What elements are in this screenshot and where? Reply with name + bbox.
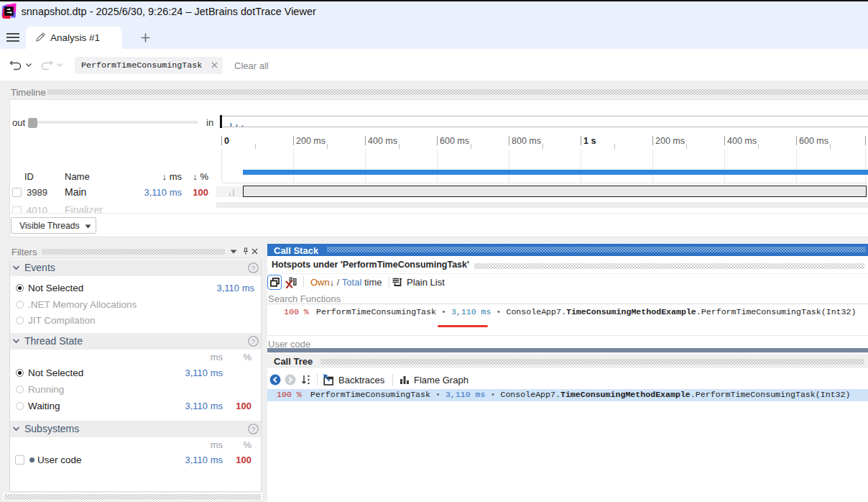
svg-text:?: ? [251, 264, 255, 272]
svg-text:?: ? [251, 425, 255, 433]
svg-text:?: ? [251, 337, 255, 345]
